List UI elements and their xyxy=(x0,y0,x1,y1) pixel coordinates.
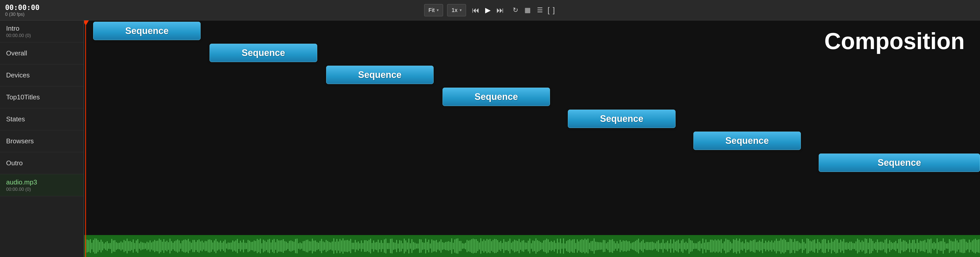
waveform-bar xyxy=(471,239,472,253)
waveform-bar xyxy=(108,243,109,249)
waveform-bar xyxy=(500,241,501,251)
waveform-bar xyxy=(301,243,302,249)
track-label-devices[interactable]: Devices xyxy=(0,64,84,86)
waveform-bar xyxy=(287,243,288,249)
grid-button[interactable]: ▦ xyxy=(522,5,533,16)
waveform-bar xyxy=(102,242,103,251)
waveform-bar xyxy=(401,241,402,252)
waveform-bar xyxy=(284,241,285,251)
fit-dropdown[interactable]: Fit ▾ xyxy=(424,4,443,16)
waveform-bar xyxy=(131,242,132,250)
waveform-bar xyxy=(753,240,754,252)
play-button[interactable]: ▶ xyxy=(482,5,493,16)
waveform-bar xyxy=(767,242,768,250)
waveform-bar xyxy=(949,239,950,253)
waveform-bar xyxy=(724,241,725,251)
waveform-bar xyxy=(453,243,454,250)
skip-back-button[interactable]: ⏮ xyxy=(470,5,481,16)
waveform-bar xyxy=(953,241,955,251)
waveform-bar xyxy=(376,242,377,250)
waveform-bar xyxy=(934,242,935,251)
waveform-bar xyxy=(754,239,756,253)
track-name-devices: Devices xyxy=(6,71,78,79)
waveform-bar xyxy=(692,241,693,251)
waveform-bar xyxy=(693,243,694,249)
track-label-audio[interactable]: audio.mp3 00:00.00 (0) xyxy=(0,174,84,196)
waveform-bar xyxy=(771,240,772,252)
waveform-bar xyxy=(321,239,322,253)
loop-button[interactable]: ↻ xyxy=(510,5,521,16)
sequence-block-5[interactable]: Sequence xyxy=(568,110,675,128)
track-label-outro[interactable]: Outro xyxy=(0,152,84,174)
sequence-block-1[interactable]: Sequence xyxy=(93,22,200,40)
track-label-browsers[interactable]: Browsers xyxy=(0,130,84,152)
waveform-bar xyxy=(877,239,878,253)
waveform-bar xyxy=(735,240,735,252)
waveform-bar xyxy=(842,241,843,251)
waveform-bar xyxy=(744,243,745,249)
waveform-bar xyxy=(300,243,301,249)
waveform-bar xyxy=(872,241,873,251)
waveform-bar xyxy=(886,239,887,254)
waveform-bar xyxy=(261,243,262,249)
sequence-block-6[interactable]: Sequence xyxy=(694,132,801,150)
track-label-top10[interactable]: Top10Titles xyxy=(0,86,84,108)
waveform-bar xyxy=(186,240,187,252)
sequence-block-4[interactable]: Sequence xyxy=(442,88,550,106)
waveform-bar xyxy=(385,239,387,254)
waveform-bar xyxy=(421,239,422,253)
waveform-bar xyxy=(231,243,232,250)
sequence-block-2[interactable]: Sequence xyxy=(210,44,317,62)
track-label-overall[interactable]: Overall xyxy=(0,42,84,64)
waveform-bar xyxy=(257,239,258,253)
waveform-bar xyxy=(762,239,763,254)
waveform-bar xyxy=(895,241,896,251)
waveform-bar xyxy=(586,239,587,252)
timeline[interactable]: Composition Sequence Sequence Sequence S… xyxy=(84,21,980,257)
waveform-bar xyxy=(575,243,576,249)
waveform-bar xyxy=(807,238,808,254)
waveform-bar xyxy=(240,241,241,251)
list-button[interactable]: ☰ xyxy=(535,5,546,16)
waveform-bar xyxy=(485,241,486,252)
track-label-states[interactable]: States xyxy=(0,108,84,130)
waveform-bar xyxy=(304,241,305,251)
waveform-bar xyxy=(701,243,702,249)
waveform-bar xyxy=(352,243,353,249)
waveform-bar xyxy=(505,242,506,251)
sequence-block-3[interactable]: Sequence xyxy=(326,65,434,84)
waveform-bar xyxy=(963,239,964,254)
waveform-bar xyxy=(825,239,826,253)
track-name-audio: audio.mp3 xyxy=(6,178,78,186)
waveform-bar xyxy=(320,241,321,251)
waveform-bar xyxy=(324,242,325,250)
waveform-bar xyxy=(128,241,129,251)
waveform-bar xyxy=(791,239,792,253)
waveform-bar xyxy=(405,240,406,251)
waveform-bar xyxy=(148,243,149,250)
track-label-intro[interactable]: Intro 00:00.00 (0) xyxy=(0,21,84,42)
track-name-intro: Intro xyxy=(6,24,78,32)
speed-dropdown[interactable]: 1x ▾ xyxy=(447,4,466,16)
waveform-bar xyxy=(235,240,236,252)
waveform-bar xyxy=(900,239,901,254)
waveform-bar xyxy=(601,243,602,249)
waveform-bar xyxy=(650,242,651,250)
waveform-bar xyxy=(543,240,544,252)
waveform-bar xyxy=(970,242,971,250)
waveform-bar xyxy=(133,239,134,253)
track-time-intro: 00:00.00 (0) xyxy=(6,33,78,38)
waveform-bar xyxy=(659,243,660,249)
sequence-block-7[interactable]: Sequence xyxy=(819,153,980,172)
waveform-bar xyxy=(632,243,633,249)
waveform-bar xyxy=(843,239,844,253)
playhead[interactable] xyxy=(85,21,86,257)
waveform-bar xyxy=(407,243,408,249)
waveform-bar xyxy=(931,239,932,254)
waveform-bar xyxy=(600,242,601,250)
skip-forward-button[interactable]: ⏭ xyxy=(495,5,506,16)
waveform-bar xyxy=(641,241,642,251)
waveform-bar xyxy=(568,240,569,252)
waveform-bar xyxy=(353,243,354,249)
waveform-bar xyxy=(914,239,915,253)
